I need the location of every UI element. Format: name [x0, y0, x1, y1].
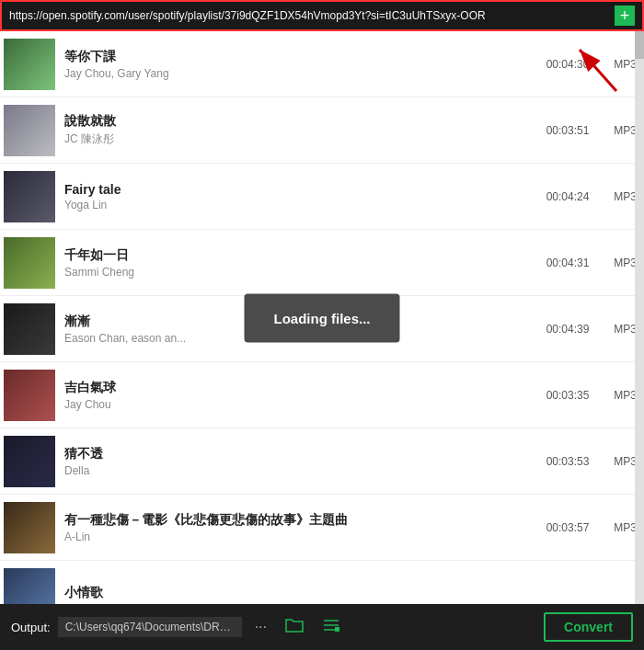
track-artist: A-Lin	[64, 530, 535, 543]
track-title: 說散就散	[64, 113, 535, 130]
track-thumbnail	[4, 171, 55, 222]
track-title: 有一種悲傷－電影《比悲傷更悲傷的故事》主題曲	[64, 512, 535, 529]
track-artist: JC 陳泳彤	[64, 131, 535, 147]
track-artist: Jay Chou	[64, 398, 535, 411]
track-thumbnail	[4, 105, 55, 156]
track-artist: Jay Chou, Gary Yang	[64, 67, 535, 80]
track-duration: 00:04:31	[535, 257, 600, 269]
track-info: 千年如一日 Sammi Cheng	[64, 247, 535, 279]
track-item[interactable]: 有一種悲傷－電影《比悲傷更悲傷的故事》主題曲 A-Lin 00:03:57 MP…	[0, 495, 644, 561]
track-duration: 00:04:30	[535, 58, 600, 71]
track-thumbnail	[4, 303, 55, 355]
track-format: MP3	[600, 455, 637, 468]
track-info: 吉白氣球 Jay Chou	[64, 380, 535, 411]
track-thumbnail	[4, 370, 55, 421]
track-info: Fairy tale Yoga Lin	[64, 182, 535, 211]
track-format: MP3	[600, 124, 637, 137]
track-title: Fairy tale	[64, 182, 535, 197]
track-format: MP3	[600, 389, 637, 402]
track-info: 小情歌	[64, 585, 535, 603]
track-item[interactable]: 猜不透 Della 00:03:53 MP3	[0, 428, 644, 495]
track-thumbnail	[4, 568, 55, 605]
track-item[interactable]: 說散就散 JC 陳泳彤 00:03:51 MP3	[0, 97, 644, 164]
bottom-bar: Output: C:\Users\qq674\Documents\DRmare …	[0, 604, 644, 650]
track-item[interactable]: Fairy tale Yoga Lin 00:04:24 MP3	[0, 164, 644, 230]
track-item[interactable]: 小情歌	[0, 561, 644, 604]
track-item[interactable]: 吉白氣球 Jay Chou 00:03:35 MP3	[0, 362, 644, 428]
track-duration: 00:03:53	[535, 455, 600, 468]
track-artist: Sammi Cheng	[64, 266, 535, 279]
track-info: 等你下課 Jay Chou, Gary Yang	[64, 49, 535, 80]
track-title: 猜不透	[64, 446, 535, 462]
folder-button[interactable]	[280, 613, 309, 641]
track-artist: Yoga Lin	[64, 199, 535, 211]
track-artist: Della	[64, 464, 535, 477]
track-duration: 00:04:39	[535, 323, 600, 336]
track-item[interactable]: 等你下課 Jay Chou, Gary Yang 00:04:30 MP3	[0, 31, 644, 97]
output-label: Output:	[11, 621, 51, 634]
track-title: 千年如一日	[64, 247, 535, 264]
track-format: MP3	[600, 521, 637, 534]
track-format: MP3	[600, 323, 637, 336]
track-format: MP3	[600, 190, 637, 203]
list-button[interactable]	[316, 613, 346, 641]
track-info: 有一種悲傷－電影《比悲傷更悲傷的故事》主題曲 A-Lin	[64, 512, 535, 543]
scrollbar[interactable]	[635, 31, 644, 604]
track-info: 猜不透 Della	[64, 446, 535, 477]
track-format: MP3	[600, 58, 637, 71]
track-thumbnail	[4, 436, 55, 487]
track-duration: 00:03:35	[535, 389, 600, 402]
track-duration: 00:03:57	[535, 521, 600, 534]
svg-rect-5	[335, 627, 339, 632]
url-bar: https://open.spotify.com/user/spotify/pl…	[0, 0, 644, 31]
track-thumbnail	[4, 502, 55, 553]
dots-button[interactable]: ···	[249, 615, 272, 639]
dots-icon: ···	[255, 619, 267, 635]
track-title: 等你下課	[64, 49, 535, 65]
track-duration: 00:04:24	[535, 190, 600, 203]
loading-overlay: Loading files...	[244, 293, 399, 342]
track-info: 說散就散 JC 陳泳彤	[64, 113, 535, 147]
url-input[interactable]: https://open.spotify.com/user/spotify/pl…	[9, 9, 609, 22]
track-title: 吉白氣球	[64, 380, 535, 396]
scrollbar-thumb[interactable]	[635, 31, 644, 59]
convert-button[interactable]: Convert	[544, 612, 633, 642]
track-thumbnail	[4, 39, 55, 90]
folder-icon	[285, 617, 304, 637]
track-format: MP3	[600, 257, 637, 269]
add-url-button[interactable]: +	[615, 6, 635, 26]
playlist-area: 等你下課 Jay Chou, Gary Yang 00:04:30 MP3 說散…	[0, 31, 644, 604]
track-thumbnail	[4, 237, 55, 289]
track-title: 小情歌	[64, 585, 535, 601]
track-duration: 00:03:51	[535, 124, 600, 137]
list-icon	[322, 617, 340, 637]
output-path: C:\Users\qq674\Documents\DRmare Music	[58, 617, 242, 637]
track-item[interactable]: 千年如一日 Sammi Cheng 00:04:31 MP3	[0, 230, 644, 296]
